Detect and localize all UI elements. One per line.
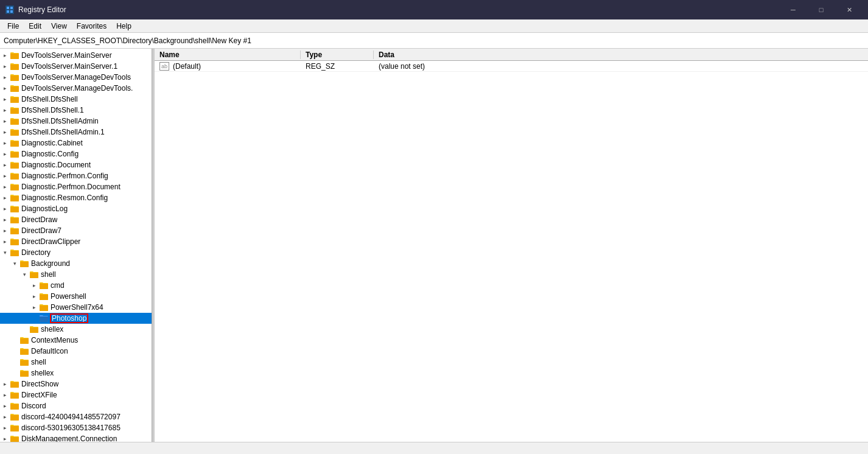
expand-arrow[interactable] bbox=[29, 281, 39, 290]
expand-arrow[interactable] bbox=[0, 182, 10, 192]
tree-item-dfsshell1[interactable]: DfsShell.DfsShell bbox=[0, 94, 152, 105]
expand-arrow[interactable] bbox=[0, 434, 10, 442]
expand-arrow[interactable] bbox=[0, 83, 10, 93]
menu-bar: FileEditViewFavoritesHelp bbox=[0, 19, 868, 33]
tree-item-cmd[interactable]: cmd bbox=[0, 280, 152, 291]
folder-icon bbox=[10, 51, 19, 60]
expand-arrow[interactable] bbox=[10, 335, 19, 345]
editing-label[interactable]: Photoshop bbox=[51, 314, 88, 323]
tree-item-discord2[interactable]: discord-424004941485572097 bbox=[0, 411, 152, 422]
tree-item-directdraw7[interactable]: DirectDraw7 bbox=[0, 225, 152, 236]
tree-item-devtools2[interactable]: DevToolsServer.MainServer.1 bbox=[0, 61, 152, 72]
folder-icon bbox=[10, 150, 19, 158]
expand-arrow[interactable] bbox=[0, 127, 10, 137]
tree-item-directdrawclip[interactable]: DirectDrawClipper bbox=[0, 236, 152, 247]
expand-arrow[interactable] bbox=[0, 390, 10, 400]
tree-item-diag2[interactable]: Diagnostic.Config bbox=[0, 148, 152, 159]
expand-arrow[interactable] bbox=[29, 313, 39, 323]
tree-item-directory[interactable]: Directory bbox=[0, 247, 152, 258]
tree-item-diag6[interactable]: Diagnostic.Resmon.Config bbox=[0, 192, 152, 203]
menu-item-edit[interactable]: Edit bbox=[24, 21, 46, 32]
expand-arrow[interactable] bbox=[0, 149, 10, 159]
folder-icon bbox=[10, 183, 19, 191]
menu-item-view[interactable]: View bbox=[46, 21, 72, 32]
folder-icon bbox=[39, 281, 49, 290]
folder-icon bbox=[10, 194, 19, 202]
tree-item-shell2[interactable]: shell bbox=[0, 357, 152, 368]
expand-arrow[interactable] bbox=[0, 423, 10, 433]
folder-icon bbox=[10, 161, 19, 169]
tree-item-diag3[interactable]: Diagnostic.Document bbox=[0, 159, 152, 170]
menu-item-help[interactable]: Help bbox=[111, 21, 136, 32]
tree-item-directdraw[interactable]: DirectDraw bbox=[0, 214, 152, 225]
folder-icon bbox=[10, 413, 19, 421]
tree-item-shell[interactable]: shell bbox=[0, 269, 152, 280]
tree-item-diag1[interactable]: Diagnostic.Cabinet bbox=[0, 138, 152, 148]
menu-item-favorites[interactable]: Favorites bbox=[72, 21, 111, 32]
expand-arrow[interactable] bbox=[29, 302, 39, 312]
table-row[interactable]: ab(Default)REG_SZ(value not set) bbox=[155, 61, 868, 72]
tree-item-label: shell bbox=[41, 270, 56, 279]
expand-arrow[interactable] bbox=[0, 412, 10, 422]
tree-panel[interactable]: DevToolsServer.MainServer DevToolsServer… bbox=[0, 49, 152, 442]
tree-item-label: shellex bbox=[41, 325, 63, 334]
tree-item-diaglog[interactable]: DiagnosticLog bbox=[0, 203, 152, 214]
tree-item-dfsshell2[interactable]: DfsShell.DfsShell.1 bbox=[0, 105, 152, 116]
expand-arrow[interactable] bbox=[0, 61, 10, 71]
tree-item-diskmgmt[interactable]: DiskManagement.Connection bbox=[0, 433, 152, 442]
folder-icon bbox=[10, 402, 19, 410]
expand-arrow[interactable] bbox=[0, 193, 10, 203]
expand-arrow[interactable] bbox=[10, 357, 19, 367]
maximize-button[interactable]: □ bbox=[807, 0, 835, 19]
expand-arrow[interactable] bbox=[29, 292, 39, 301]
expand-arrow[interactable] bbox=[0, 237, 10, 246]
minimize-button[interactable]: ─ bbox=[779, 0, 807, 19]
folder-icon bbox=[10, 106, 19, 114]
expand-arrow[interactable] bbox=[10, 346, 19, 356]
tree-item-discord[interactable]: Discord bbox=[0, 400, 152, 411]
tree-item-devtools4[interactable]: DevToolsServer.ManageDevTools. bbox=[0, 83, 152, 94]
expand-arrow[interactable] bbox=[0, 105, 10, 115]
tree-item-contextmenus[interactable]: ContextMenus bbox=[0, 335, 152, 346]
expand-arrow[interactable] bbox=[19, 324, 29, 334]
expand-arrow[interactable] bbox=[0, 401, 10, 411]
expand-arrow[interactable] bbox=[10, 259, 19, 268]
expand-arrow[interactable] bbox=[0, 160, 10, 170]
folder-icon bbox=[10, 248, 19, 257]
expand-arrow[interactable] bbox=[0, 379, 10, 389]
tree-item-background[interactable]: Background bbox=[0, 258, 152, 269]
tree-item-devtools1[interactable]: DevToolsServer.MainServer bbox=[0, 50, 152, 61]
menu-item-file[interactable]: File bbox=[2, 21, 24, 32]
tree-item-diag5[interactable]: Diagnostic.Perfmon.Document bbox=[0, 181, 152, 192]
tree-item-diag4[interactable]: Diagnostic.Perfmon.Config bbox=[0, 170, 152, 181]
tree-item-label: Diagnostic.Document bbox=[21, 161, 91, 169]
expand-arrow[interactable] bbox=[19, 270, 29, 279]
expand-arrow[interactable] bbox=[0, 72, 10, 82]
expand-arrow[interactable] bbox=[0, 171, 10, 181]
tree-item-discord3[interactable]: discord-530196305138417685 bbox=[0, 422, 152, 433]
folder-icon bbox=[39, 303, 49, 312]
tree-item-devtools3[interactable]: DevToolsServer.ManageDevTools bbox=[0, 72, 152, 83]
tree-item-photoshop[interactable]: Photoshop bbox=[0, 313, 152, 324]
expand-arrow[interactable] bbox=[10, 368, 19, 378]
expand-arrow[interactable] bbox=[0, 138, 10, 148]
tree-item-directshow[interactable]: DirectShow bbox=[0, 379, 152, 389]
expand-arrow[interactable] bbox=[0, 215, 10, 225]
expand-arrow[interactable] bbox=[0, 51, 10, 60]
tree-item-label: ContextMenus bbox=[31, 336, 78, 344]
tree-item-shellex2[interactable]: shellex bbox=[0, 368, 152, 379]
tree-item-dfsshell4[interactable]: DfsShell.DfsShellAdmin.1 bbox=[0, 127, 152, 138]
tree-item-dfsshell3[interactable]: DfsShell.DfsShellAdmin bbox=[0, 116, 152, 127]
expand-arrow[interactable] bbox=[0, 116, 10, 126]
expand-arrow[interactable] bbox=[0, 248, 10, 257]
tree-item-directxfile[interactable]: DirectXFile bbox=[0, 389, 152, 400]
close-button[interactable]: ✕ bbox=[835, 0, 863, 19]
expand-arrow[interactable] bbox=[0, 94, 10, 104]
expand-arrow[interactable] bbox=[0, 204, 10, 214]
folder-icon bbox=[19, 259, 29, 268]
tree-item-powershell[interactable]: Powershell bbox=[0, 291, 152, 302]
tree-item-powershell7x64[interactable]: PowerShell7x64 bbox=[0, 302, 152, 313]
tree-item-shellex[interactable]: shellex bbox=[0, 324, 152, 335]
tree-item-defaulticon[interactable]: DefaultIcon bbox=[0, 346, 152, 357]
expand-arrow[interactable] bbox=[0, 226, 10, 236]
